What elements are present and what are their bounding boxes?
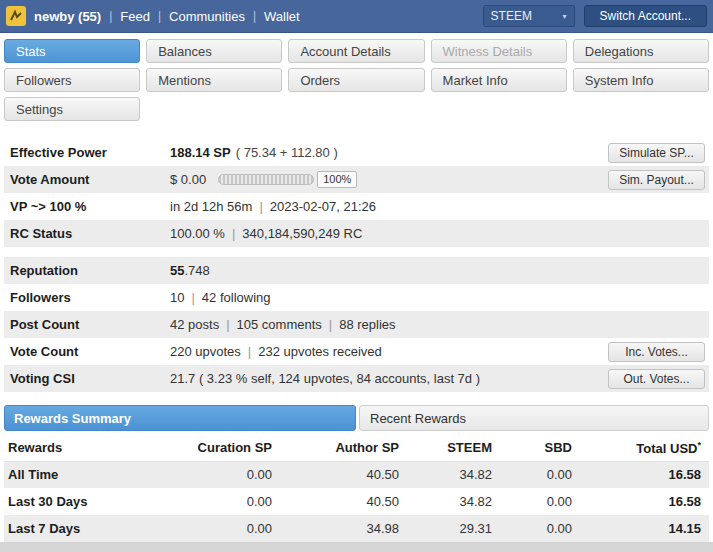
effective-power-breakdown: ( 75.34 + 112.80 ) [236, 145, 338, 160]
reward-cell: 0.00 [170, 461, 280, 488]
stat-row-post-count: Post Count 42 posts | 105 comments | 88 … [4, 311, 709, 338]
nav-wallet[interactable]: Wallet [264, 9, 300, 24]
reward-cell-total: 16.58 [580, 461, 709, 488]
chevron-down-icon: ▾ [563, 12, 567, 21]
replies-count: 88 replies [339, 317, 395, 332]
voting-csi-value: 21.7 ( 3.23 % self, 124 upvotes, 84 acco… [170, 371, 480, 386]
reward-row-label: Last 30 Days [4, 488, 170, 515]
tab-account-details[interactable]: Account Details [288, 39, 424, 63]
reward-row-label: Last 7 Days [4, 515, 170, 542]
stat-row-reputation: Reputation 55 .748 [4, 257, 709, 284]
rewards-header-row: Rewards Curation SP Author SP STEEM SBD … [4, 435, 709, 461]
reward-cell: 34.82 [407, 488, 500, 515]
reward-cell-total: 16.58 [580, 488, 709, 515]
separator: | [191, 290, 194, 305]
separator: | [253, 9, 256, 23]
tab-stats[interactable]: Stats [4, 39, 140, 63]
rc-percent: 100.00 % [170, 226, 225, 241]
chain-select[interactable]: STEEM ▾ [483, 5, 575, 27]
vote-amount-slider[interactable] [218, 174, 314, 185]
row-label: VP ~> 100 % [10, 199, 170, 214]
logo-glyph [9, 9, 23, 23]
tab-witness-details: Witness Details [431, 39, 567, 63]
rewards-table: Rewards Curation SP Author SP STEEM SBD … [4, 435, 709, 542]
posts-count: 42 posts [170, 317, 219, 332]
app-window: newby (55) | Feed | Communities | Wallet… [0, 0, 713, 552]
vote-amount-value: $ 0.00 [170, 172, 206, 187]
vp-timestamp: 2023-02-07, 21:26 [270, 199, 376, 214]
rewards-tab-bar: Rewards Summary Recent Rewards [4, 405, 709, 431]
row-label: Effective Power [10, 145, 170, 160]
separator: | [226, 317, 229, 332]
slider-value-label: 100% [317, 171, 357, 188]
col-header-author-sp: Author SP [280, 435, 407, 461]
vp-time-left: in 2d 12h 56m [170, 199, 252, 214]
separator: | [232, 226, 235, 241]
col-header-steem: STEEM [407, 435, 500, 461]
row-value: 10 | 42 following [170, 290, 705, 305]
rc-value: 340,184,590,249 RC [242, 226, 362, 241]
row-label: Voting CSI [10, 371, 170, 386]
tab-balances[interactable]: Balances [146, 39, 282, 63]
separator: | [259, 199, 262, 214]
tab-settings[interactable]: Settings [4, 97, 140, 121]
total-usd-label: Total USD [636, 441, 697, 456]
power-stats-section: Effective Power 188.14 SP ( 75.34 + 112.… [4, 139, 709, 247]
tab-orders[interactable]: Orders [288, 68, 424, 92]
row-value: in 2d 12h 56m | 2023-02-07, 21:26 [170, 199, 705, 214]
separator: | [248, 344, 251, 359]
tab-recent-rewards[interactable]: Recent Rewards [359, 405, 709, 431]
account-name[interactable]: newby (55) [34, 9, 101, 24]
reward-cell: 40.50 [280, 461, 407, 488]
tab-mentions[interactable]: Mentions [146, 68, 282, 92]
effective-power-amount: 188.14 SP [170, 145, 231, 160]
row-label: Vote Amount [10, 172, 170, 187]
nav-feed[interactable]: Feed [120, 9, 150, 24]
reward-cell: 0.00 [170, 488, 280, 515]
incoming-votes-button[interactable]: Inc. Votes... [608, 342, 705, 362]
reward-cell-total: 14.15 [580, 515, 709, 542]
col-header-sbd: SBD [500, 435, 580, 461]
outgoing-votes-button[interactable]: Out. Votes... [608, 369, 705, 389]
row-value: 55 .748 [170, 263, 705, 278]
reputation-major: 55 [170, 263, 184, 278]
rewards-row-last-30-days: Last 30 Days 0.00 40.50 34.82 0.00 16.58 [4, 488, 709, 515]
reward-cell: 34.98 [280, 515, 407, 542]
simulate-sp-button[interactable]: Simulate SP... [608, 143, 705, 163]
row-label: RC Status [10, 226, 170, 241]
page-bottom-strip [0, 542, 713, 552]
tab-bar: Stats Balances Account Details Witness D… [0, 33, 713, 125]
nav-communities[interactable]: Communities [169, 9, 245, 24]
row-value: 220 upvotes | 232 upvotes received [170, 344, 608, 359]
row-label: Post Count [10, 317, 170, 332]
tab-followers[interactable]: Followers [4, 68, 140, 92]
tab-rewards-summary[interactable]: Rewards Summary [4, 405, 356, 431]
reward-cell: 0.00 [500, 515, 580, 542]
row-value: 21.7 ( 3.23 % self, 124 upvotes, 84 acco… [170, 371, 608, 386]
stat-row-vote-count: Vote Count 220 upvotes | 232 upvotes rec… [4, 338, 709, 365]
followers-count: 10 [170, 290, 184, 305]
topbar: newby (55) | Feed | Communities | Wallet… [0, 0, 713, 33]
tab-delegations[interactable]: Delegations [573, 39, 709, 63]
app-logo-icon[interactable] [6, 6, 26, 26]
rewards-row-all-time: All Time 0.00 40.50 34.82 0.00 16.58 [4, 461, 709, 488]
row-label: Vote Count [10, 344, 170, 359]
separator: | [329, 317, 332, 332]
switch-account-button[interactable]: Switch Account... [584, 5, 707, 27]
row-value: 188.14 SP ( 75.34 + 112.80 ) [170, 145, 608, 160]
sim-payout-button[interactable]: Sim. Payout... [608, 170, 705, 190]
tab-system-info[interactable]: System Info [573, 68, 709, 92]
reward-cell: 0.00 [500, 461, 580, 488]
col-header-curation-sp: Curation SP [170, 435, 280, 461]
footnote-mark: * [697, 440, 701, 450]
following-count: 42 following [202, 290, 271, 305]
stat-row-vote-amount: Vote Amount $ 0.00 100% Sim. Payout... [4, 166, 709, 193]
stat-row-rc-status: RC Status 100.00 % | 340,184,590,249 RC [4, 220, 709, 247]
reward-row-label: All Time [4, 461, 170, 488]
tab-market-info[interactable]: Market Info [431, 68, 567, 92]
col-header-total-usd: Total USD* [580, 435, 709, 461]
reward-cell: 29.31 [407, 515, 500, 542]
reward-cell: 34.82 [407, 461, 500, 488]
row-value: 42 posts | 105 comments | 88 replies [170, 317, 705, 332]
upvotes-count: 220 upvotes [170, 344, 241, 359]
